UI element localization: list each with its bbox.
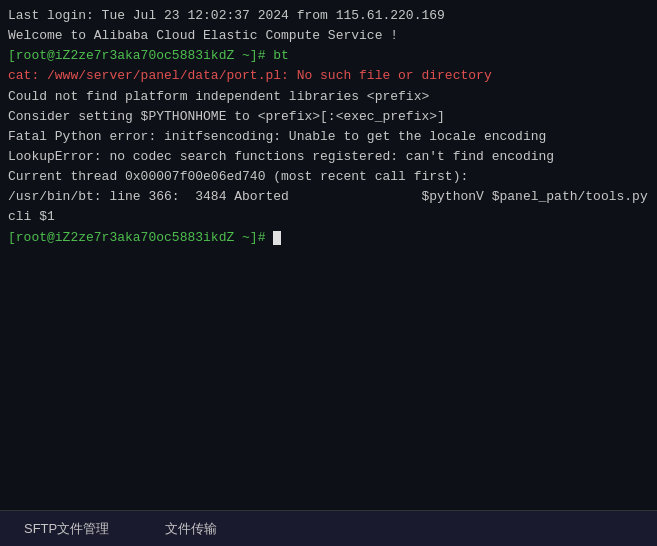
status-bar: SFTP文件管理文件传输 (0, 510, 657, 546)
terminal-cursor (273, 231, 281, 245)
terminal-line-welcome: Welcome to Alibaba Cloud Elastic Compute… (8, 26, 649, 46)
terminal-line-prompt2: [root@iZ2ze7r3aka70oc5883ikdZ ~]# (8, 228, 649, 248)
terminal-line-cat-error: cat: /www/server/panel/data/port.pl: No … (8, 66, 649, 86)
terminal-line-prompt1: [root@iZ2ze7r3aka70oc5883ikdZ ~]# bt (8, 46, 649, 66)
statusbar-btn-sftp[interactable]: SFTP文件管理 (16, 516, 117, 542)
terminal-line-lookup-error: LookupError: no codec search functions r… (8, 147, 649, 167)
terminal-line-fatal-error: Fatal Python error: initfsencoding: Unab… (8, 127, 649, 147)
statusbar-btn-transfer[interactable]: 文件传输 (157, 516, 225, 542)
terminal-line-aborted-line: /usr/bin/bt: line 366: 3484 Aborted $pyt… (8, 187, 649, 227)
terminal-line-current-thread: Current thread 0x00007f00e06ed740 (most … (8, 167, 649, 187)
terminal-area[interactable]: Last login: Tue Jul 23 12:02:37 2024 fro… (0, 0, 657, 510)
terminal-line-platform-error: Could not find platform independent libr… (8, 87, 649, 107)
terminal-line-python-home: Consider setting $PYTHONHOME to <prefix>… (8, 107, 649, 127)
terminal-line-last-login: Last login: Tue Jul 23 12:02:37 2024 fro… (8, 6, 649, 26)
